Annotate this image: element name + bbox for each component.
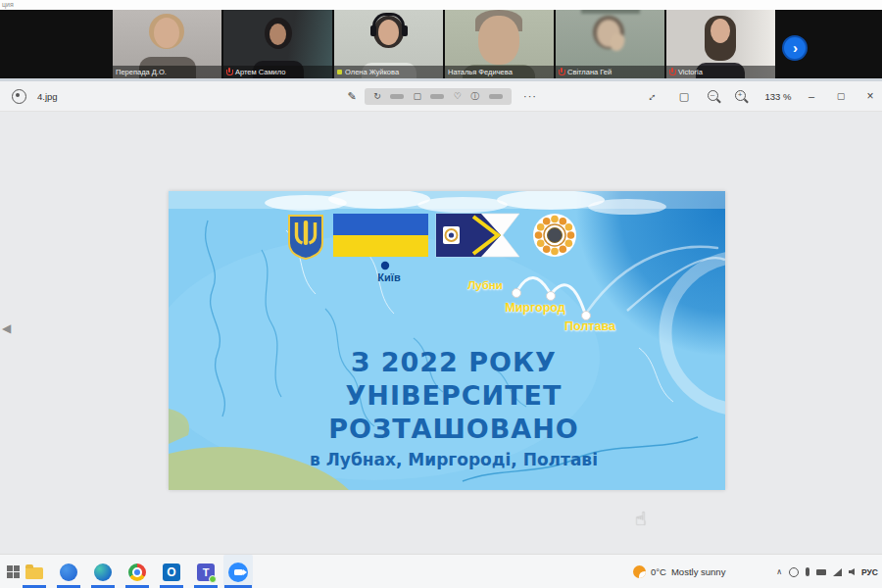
toolbar-label-blob <box>489 94 503 99</box>
city-label-myrhorod: Миргород <box>505 301 564 315</box>
info-icon[interactable]: ⓘ <box>470 92 479 101</box>
edit-icon: ✎ <box>347 90 356 103</box>
zoom-app-button[interactable] <box>223 555 253 588</box>
muted-mic-icon <box>559 68 564 76</box>
edge-button[interactable] <box>90 555 116 588</box>
chevron-left-icon: ◀ <box>2 321 11 335</box>
weather-desc: Mostly sunny <box>671 566 725 577</box>
maximize-icon: ▢ <box>837 91 846 101</box>
kyiv-label: Київ <box>377 271 400 283</box>
participant-name-bar: Олена Жуйкова <box>334 66 443 78</box>
participant-name-bar: Перепада Д.О. <box>113 66 221 78</box>
slide-title-line: З 2022 РОКУ <box>328 346 579 379</box>
zoom-app-icon <box>228 563 248 582</box>
weather-widget[interactable]: 0°C Mostly sunny <box>633 555 725 588</box>
participant-tile[interactable]: Victoria <box>666 10 775 78</box>
folder-icon <box>25 567 43 579</box>
zoom-in-icon: + <box>734 89 749 104</box>
video-strip: Перепада Д.О. Артем Самило Олена Жуйкова… <box>0 10 882 78</box>
hand-cursor: ☝ <box>635 508 647 529</box>
see-all-photos-button[interactable] <box>6 81 31 111</box>
file-explorer-button[interactable] <box>22 555 47 588</box>
slide-subtitle: в Лубнах, Миргороді, Полтаві <box>310 450 598 469</box>
battery-icon[interactable] <box>816 569 826 575</box>
viewer-canvas: ◀ <box>0 112 882 554</box>
teams-button[interactable]: T <box>193 555 219 588</box>
ukraine-flag <box>333 214 428 257</box>
maximize-button[interactable]: ▢ <box>829 81 853 111</box>
language-indicator[interactable]: РУС <box>861 567 878 577</box>
slide-title-line: РОЗТАШОВАНО <box>328 413 579 446</box>
app-circle-icon <box>60 564 77 581</box>
participant-name-bar: Наталья Федичева <box>445 66 554 78</box>
video-camera-icon <box>234 569 243 575</box>
participant-tile[interactable]: Наталья Федичева <box>445 10 554 78</box>
ellipsis-icon: ··· <box>523 90 537 102</box>
fullscreen-icon: ↔ <box>642 87 660 105</box>
chevron-right-icon: › <box>793 40 798 55</box>
minimize-button[interactable]: – <box>800 81 823 111</box>
participant-tile[interactable]: Перепада Д.О. <box>113 10 221 78</box>
status-indicator-icon <box>337 70 342 74</box>
toolbar-button-group[interactable]: ↻ ▢ ♡ ⓘ <box>365 88 512 105</box>
participant-name-bar: Артем Самило <box>223 66 332 78</box>
outlook-button[interactable]: O <box>159 555 184 588</box>
rotate-icon[interactable]: ↻ <box>373 92 381 101</box>
zoom-level-label: 133 % <box>757 81 800 111</box>
photo-viewer-toolbar: 4.jpg ✎ ↻ ▢ ♡ ⓘ ··· ↔ ▢ – + 133 % – ▢ × <box>0 78 882 112</box>
crop-icon[interactable]: ▢ <box>414 92 422 101</box>
trident-emblem <box>289 216 322 259</box>
favorite-icon[interactable]: ♡ <box>454 92 462 101</box>
muted-mic-icon <box>226 68 232 76</box>
close-icon: × <box>866 89 873 103</box>
slide-title-line: УНІВЕРСИТЕТ <box>328 379 579 413</box>
zoom-out-icon: – <box>707 89 721 104</box>
participant-tile[interactable]: Олена Жуйкова <box>334 10 443 78</box>
zoom-out-button[interactable]: – <box>702 81 725 111</box>
window-title-text: ция <box>2 1 14 8</box>
participant-name: Наталья Федичева <box>448 68 513 76</box>
weather-temp: 0°C <box>651 566 666 577</box>
slide-image[interactable]: Київ Лубни Миргород Полтава З 2022 РОКУ … <box>169 191 725 490</box>
close-button[interactable]: × <box>858 81 882 111</box>
onedrive-icon[interactable] <box>789 567 799 577</box>
university-round-emblem <box>533 214 576 257</box>
toolbar-label-blob <box>390 94 404 99</box>
tray-chevron-icon[interactable]: ∧ <box>776 567 782 576</box>
next-participants-button[interactable]: › <box>782 35 808 61</box>
chrome-icon <box>128 564 146 581</box>
edit-button[interactable]: ✎ <box>341 81 363 111</box>
participant-tile[interactable]: Світлана Гей <box>556 10 664 78</box>
minimize-icon: – <box>808 90 814 102</box>
window-title-fragment: ция <box>0 0 882 10</box>
see-more-button[interactable]: ··· <box>517 81 543 111</box>
participant-name: Олена Жуйкова <box>345 68 399 76</box>
outlook-icon: O <box>163 564 180 581</box>
fit-to-window-button[interactable]: ▢ <box>672 81 696 111</box>
city-label-lubny: Лубни <box>467 279 503 291</box>
chrome-button[interactable] <box>124 555 150 588</box>
fullscreen-button[interactable]: ↔ <box>639 81 662 111</box>
screen: ция Перепада Д.О. Артем Самило Олена Жуй… <box>0 0 882 588</box>
blue-circle-app-button[interactable] <box>56 555 81 588</box>
mic-tray-icon[interactable] <box>806 567 809 576</box>
muted-mic-icon <box>669 68 675 76</box>
photos-icon <box>12 89 26 104</box>
filename-label: 4.jpg <box>37 81 58 111</box>
system-tray: ∧ РУС <box>776 555 878 588</box>
participant-name-bar: Світлана Гей <box>556 66 664 78</box>
zoom-in-button[interactable]: + <box>729 81 753 111</box>
taskbar: O T 0°C Mostly sunny ∧ РУС <box>0 554 882 588</box>
previous-image-button[interactable]: ◀ <box>2 321 11 335</box>
edge-icon <box>94 564 112 581</box>
windows-start-icon <box>7 565 20 578</box>
slide-title: З 2022 РОКУ УНІВЕРСИТЕТ РОЗТАШОВАНО <box>328 346 579 446</box>
volume-icon[interactable] <box>849 568 855 575</box>
participant-tile[interactable]: Артем Самило <box>223 10 332 78</box>
network-icon[interactable] <box>833 568 842 576</box>
sun-cloud-icon <box>633 565 646 578</box>
toolbar-label-blob <box>430 94 444 99</box>
participant-name: Світлана Гей <box>567 68 612 76</box>
teams-icon: T <box>197 564 215 581</box>
participant-name: Victoria <box>678 68 703 76</box>
